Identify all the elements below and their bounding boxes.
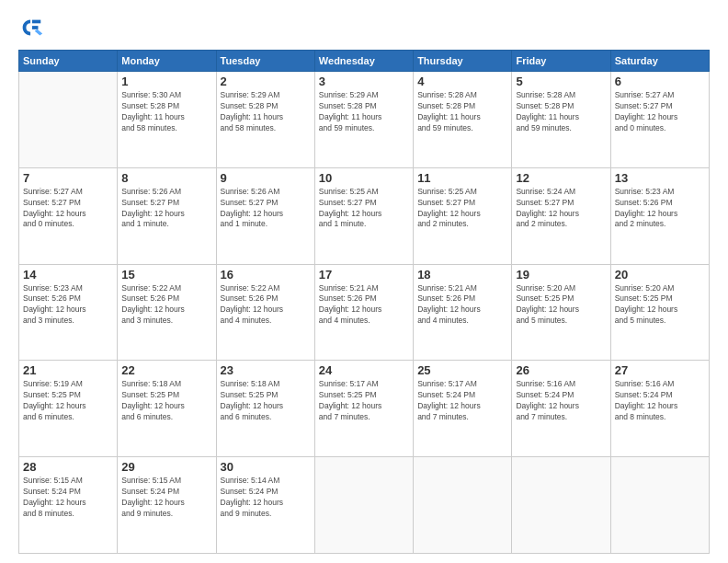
day-info: Sunrise: 5:16 AM Sunset: 5:24 PM Dayligh… (516, 379, 606, 423)
day-info: Sunrise: 5:27 AM Sunset: 5:27 PM Dayligh… (615, 90, 705, 134)
calendar-cell: 9Sunrise: 5:26 AM Sunset: 5:27 PM Daylig… (216, 167, 314, 264)
calendar-cell: 11Sunrise: 5:25 AM Sunset: 5:27 PM Dayli… (414, 167, 512, 264)
day-number: 5 (516, 75, 606, 88)
page: SundayMondayTuesdayWednesdayThursdayFrid… (0, 0, 728, 563)
calendar-cell (314, 457, 413, 554)
day-number: 22 (121, 363, 211, 377)
day-info: Sunrise: 5:22 AM Sunset: 5:26 PM Dayligh… (121, 283, 211, 327)
day-info: Sunrise: 5:16 AM Sunset: 5:24 PM Dayligh… (615, 379, 705, 423)
calendar-cell: 5Sunrise: 5:28 AM Sunset: 5:28 PM Daylig… (512, 72, 610, 168)
calendar-cell (512, 457, 610, 554)
calendar-cell: 6Sunrise: 5:27 AM Sunset: 5:27 PM Daylig… (610, 72, 709, 168)
day-number: 11 (417, 171, 507, 185)
calendar-cell: 7Sunrise: 5:27 AM Sunset: 5:27 PM Daylig… (19, 167, 118, 264)
calendar-cell: 3Sunrise: 5:29 AM Sunset: 5:28 PM Daylig… (314, 72, 413, 168)
calendar-cell: 10Sunrise: 5:25 AM Sunset: 5:27 PM Dayli… (314, 167, 413, 264)
day-number: 30 (221, 460, 311, 474)
day-number: 29 (121, 460, 211, 474)
calendar-cell: 23Sunrise: 5:18 AM Sunset: 5:25 PM Dayli… (216, 361, 314, 457)
calendar-cell: 15Sunrise: 5:22 AM Sunset: 5:26 PM Dayli… (118, 264, 216, 361)
calendar-cell: 26Sunrise: 5:16 AM Sunset: 5:24 PM Dayli… (512, 361, 610, 457)
calendar-cell: 20Sunrise: 5:20 AM Sunset: 5:25 PM Dayli… (610, 264, 709, 361)
day-info: Sunrise: 5:28 AM Sunset: 5:28 PM Dayligh… (417, 90, 507, 134)
day-number: 25 (417, 363, 507, 377)
weekday-header-sunday: Sunday (19, 51, 118, 72)
day-info: Sunrise: 5:20 AM Sunset: 5:25 PM Dayligh… (615, 283, 705, 327)
day-number: 19 (516, 268, 606, 282)
weekday-header-saturday: Saturday (610, 51, 709, 72)
day-number: 28 (23, 460, 113, 474)
weekday-header-tuesday: Tuesday (216, 51, 314, 72)
calendar-header: SundayMondayTuesdayWednesdayThursdayFrid… (19, 51, 710, 72)
weekday-row: SundayMondayTuesdayWednesdayThursdayFrid… (19, 51, 710, 72)
weekday-header-thursday: Thursday (414, 51, 512, 72)
day-info: Sunrise: 5:30 AM Sunset: 5:28 PM Dayligh… (121, 90, 211, 134)
day-number: 14 (23, 268, 113, 282)
calendar-cell: 24Sunrise: 5:17 AM Sunset: 5:25 PM Dayli… (314, 361, 413, 457)
calendar-week-4: 28Sunrise: 5:15 AM Sunset: 5:24 PM Dayli… (19, 457, 710, 554)
calendar-cell: 16Sunrise: 5:22 AM Sunset: 5:26 PM Dayli… (216, 264, 314, 361)
calendar-week-0: 1Sunrise: 5:30 AM Sunset: 5:28 PM Daylig… (19, 72, 710, 168)
logo (18, 15, 48, 40)
day-number: 2 (221, 75, 311, 88)
day-info: Sunrise: 5:17 AM Sunset: 5:25 PM Dayligh… (319, 379, 409, 423)
day-number: 17 (319, 268, 409, 282)
day-number: 8 (121, 171, 211, 185)
weekday-header-wednesday: Wednesday (314, 51, 413, 72)
calendar-cell: 28Sunrise: 5:15 AM Sunset: 5:24 PM Dayli… (19, 457, 118, 554)
day-number: 18 (417, 268, 507, 282)
day-info: Sunrise: 5:24 AM Sunset: 5:27 PM Dayligh… (516, 187, 606, 231)
day-number: 23 (221, 363, 311, 377)
calendar-week-2: 14Sunrise: 5:23 AM Sunset: 5:26 PM Dayli… (19, 264, 710, 361)
calendar-week-3: 21Sunrise: 5:19 AM Sunset: 5:25 PM Dayli… (19, 361, 710, 457)
calendar-table: SundayMondayTuesdayWednesdayThursdayFrid… (18, 50, 710, 554)
day-number: 27 (615, 363, 705, 377)
day-info: Sunrise: 5:29 AM Sunset: 5:28 PM Dayligh… (221, 90, 311, 134)
day-number: 13 (615, 171, 705, 185)
day-number: 7 (23, 171, 113, 185)
calendar-cell: 4Sunrise: 5:28 AM Sunset: 5:28 PM Daylig… (414, 72, 512, 168)
calendar-cell: 2Sunrise: 5:29 AM Sunset: 5:28 PM Daylig… (216, 72, 314, 168)
day-info: Sunrise: 5:21 AM Sunset: 5:26 PM Dayligh… (319, 283, 409, 327)
day-info: Sunrise: 5:25 AM Sunset: 5:27 PM Dayligh… (319, 187, 409, 231)
day-number: 4 (417, 75, 507, 88)
day-info: Sunrise: 5:14 AM Sunset: 5:24 PM Dayligh… (221, 476, 311, 520)
day-info: Sunrise: 5:18 AM Sunset: 5:25 PM Dayligh… (121, 379, 211, 423)
day-info: Sunrise: 5:26 AM Sunset: 5:27 PM Dayligh… (121, 187, 211, 231)
day-number: 16 (221, 268, 311, 282)
day-number: 20 (615, 268, 705, 282)
day-info: Sunrise: 5:21 AM Sunset: 5:26 PM Dayligh… (417, 283, 507, 327)
day-number: 24 (319, 363, 409, 377)
day-number: 15 (121, 268, 211, 282)
calendar-cell: 13Sunrise: 5:23 AM Sunset: 5:26 PM Dayli… (610, 167, 709, 264)
day-info: Sunrise: 5:29 AM Sunset: 5:28 PM Dayligh… (319, 90, 409, 134)
calendar-cell: 18Sunrise: 5:21 AM Sunset: 5:26 PM Dayli… (414, 264, 512, 361)
day-info: Sunrise: 5:18 AM Sunset: 5:25 PM Dayligh… (221, 379, 311, 423)
header (18, 15, 710, 40)
calendar-cell: 8Sunrise: 5:26 AM Sunset: 5:27 PM Daylig… (118, 167, 216, 264)
calendar-cell: 1Sunrise: 5:30 AM Sunset: 5:28 PM Daylig… (118, 72, 216, 168)
day-info: Sunrise: 5:28 AM Sunset: 5:28 PM Dayligh… (516, 90, 606, 134)
day-info: Sunrise: 5:15 AM Sunset: 5:24 PM Dayligh… (23, 476, 113, 520)
calendar-cell: 17Sunrise: 5:21 AM Sunset: 5:26 PM Dayli… (314, 264, 413, 361)
day-info: Sunrise: 5:23 AM Sunset: 5:26 PM Dayligh… (23, 283, 113, 327)
calendar-cell (414, 457, 512, 554)
day-info: Sunrise: 5:26 AM Sunset: 5:27 PM Dayligh… (221, 187, 311, 231)
day-info: Sunrise: 5:15 AM Sunset: 5:24 PM Dayligh… (121, 476, 211, 520)
day-info: Sunrise: 5:22 AM Sunset: 5:26 PM Dayligh… (221, 283, 311, 327)
calendar-cell: 19Sunrise: 5:20 AM Sunset: 5:25 PM Dayli… (512, 264, 610, 361)
weekday-header-monday: Monday (118, 51, 216, 72)
calendar-cell: 27Sunrise: 5:16 AM Sunset: 5:24 PM Dayli… (610, 361, 709, 457)
day-info: Sunrise: 5:20 AM Sunset: 5:25 PM Dayligh… (516, 283, 606, 327)
calendar-cell (610, 457, 709, 554)
day-number: 10 (319, 171, 409, 185)
day-number: 9 (221, 171, 311, 185)
calendar-cell: 29Sunrise: 5:15 AM Sunset: 5:24 PM Dayli… (118, 457, 216, 554)
day-info: Sunrise: 5:25 AM Sunset: 5:27 PM Dayligh… (417, 187, 507, 231)
calendar-cell: 21Sunrise: 5:19 AM Sunset: 5:25 PM Dayli… (19, 361, 118, 457)
calendar-cell: 25Sunrise: 5:17 AM Sunset: 5:24 PM Dayli… (414, 361, 512, 457)
calendar-body: 1Sunrise: 5:30 AM Sunset: 5:28 PM Daylig… (19, 72, 710, 554)
day-info: Sunrise: 5:17 AM Sunset: 5:24 PM Dayligh… (417, 379, 507, 423)
day-number: 26 (516, 363, 606, 377)
day-number: 12 (516, 171, 606, 185)
